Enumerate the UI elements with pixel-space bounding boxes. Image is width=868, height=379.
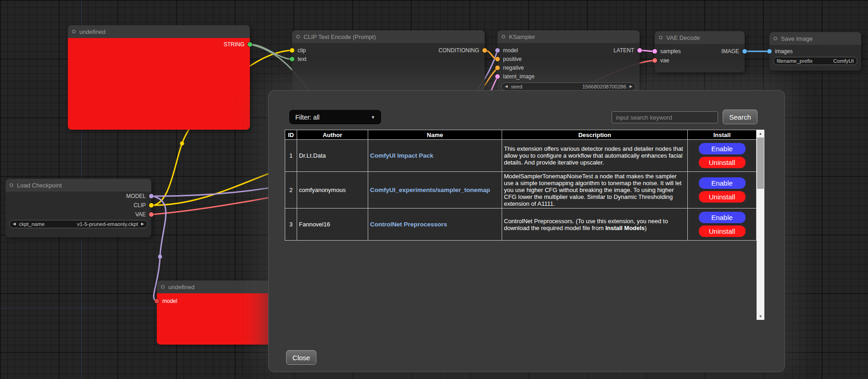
input-port-samples[interactable]: samples	[652, 49, 681, 54]
port-dot[interactable]	[495, 48, 500, 53]
port-label: CLIP	[133, 202, 146, 209]
node-collapse-dot[interactable]	[659, 36, 663, 39]
node-collapse-dot[interactable]	[502, 35, 505, 38]
node-collapse-dot[interactable]	[296, 35, 300, 38]
extension-name-link[interactable]: ComfyUI Impact Pack	[370, 152, 433, 159]
search-button[interactable]: Search	[723, 110, 757, 124]
node-vae-decode[interactable]: VAE Decode samples vae IMAGE	[655, 31, 745, 72]
enable-button[interactable]: Enable	[699, 212, 746, 223]
uninstall-button[interactable]: Uninstall	[699, 191, 746, 203]
node-collapse-dot[interactable]	[10, 183, 13, 187]
output-port-vae[interactable]: VAE	[135, 212, 154, 217]
port-dot[interactable]	[742, 49, 747, 54]
port-dot[interactable]	[652, 49, 657, 54]
close-button[interactable]: Close	[286, 350, 316, 365]
seed-widget[interactable]: ◀ seed 156680208700286 ▶	[501, 82, 636, 91]
scroll-down-icon[interactable]: ▼	[757, 313, 764, 320]
extension-author-cell: comfyanonymous	[297, 172, 368, 209]
node-save-image[interactable]: Save Image images filename_prefix ComfyU…	[769, 32, 861, 71]
port-label: positive	[503, 56, 522, 62]
port-dot[interactable]	[290, 57, 294, 61]
port-dot[interactable]	[637, 48, 642, 53]
node-title-bar[interactable]: CLIP Text Encode (Prompt)	[292, 30, 485, 43]
input-port-text[interactable]: text	[290, 56, 306, 62]
output-port-image[interactable]: IMAGE	[721, 49, 747, 54]
input-port-latent-image[interactable]: latent_image	[495, 74, 535, 79]
filename-prefix-widget[interactable]: filename_prefix ComfyUI	[773, 57, 857, 65]
enable-button[interactable]: Enable	[699, 143, 746, 154]
node-title-bar[interactable]: VAE Decode	[655, 31, 745, 44]
header-id: ID	[285, 130, 297, 140]
node-title-text: Save Image	[781, 35, 813, 42]
decrement-arrow-icon[interactable]: ◀	[505, 85, 508, 88]
scrollbar-thumb[interactable]	[757, 137, 764, 189]
extension-install-cell: Enable Uninstall	[688, 172, 757, 209]
scroll-up-icon[interactable]: ▲	[757, 130, 764, 137]
input-port-negative[interactable]: negative	[495, 65, 524, 71]
extension-description-cell: ModelSamplerTonemapNoiseTest a node that…	[502, 172, 688, 209]
decrement-arrow-icon[interactable]: ◀	[13, 222, 16, 226]
port-label: latent_image	[503, 73, 535, 80]
port-dot[interactable]	[149, 194, 154, 198]
node-title-text: CLIP Text Encode (Prompt)	[304, 33, 376, 40]
input-port-images[interactable]: images	[767, 49, 793, 54]
extension-name-cell: ComfyUI Impact Pack	[368, 140, 502, 172]
input-port-clip[interactable]: clip	[290, 48, 306, 53]
node-title-bar[interactable]: undefined	[68, 25, 250, 38]
filter-select[interactable]: Filter: all ▼	[289, 110, 381, 124]
node-load-checkpoint[interactable]: Load Checkpoint MODEL CLIP VAE ◀ ckpt_na…	[6, 179, 151, 237]
output-port-conditioning[interactable]: CONDITIONING	[438, 48, 487, 53]
extension-name-link[interactable]: ComfyUI_experiments/sampler_tonemap	[370, 187, 490, 193]
port-dot[interactable]	[248, 42, 252, 47]
increment-arrow-icon[interactable]: ▶	[630, 85, 632, 88]
port-dot[interactable]	[149, 212, 154, 217]
extension-name-link[interactable]: ControlNet Preprocessors	[370, 221, 447, 228]
output-port-clip[interactable]: CLIP	[133, 203, 154, 208]
port-dot[interactable]	[767, 49, 772, 54]
search-input[interactable]	[612, 111, 718, 123]
node-title-text: Load Checkpoint	[17, 182, 62, 189]
node-title-bar[interactable]: Save Image	[769, 32, 861, 45]
extension-name-cell: ComfyUI_experiments/sampler_tonemap	[368, 172, 502, 209]
node-collapse-dot[interactable]	[161, 285, 165, 289]
uninstall-button[interactable]: Uninstall	[699, 157, 746, 168]
header-install: Install	[688, 130, 757, 140]
port-label: LATENT	[614, 47, 634, 54]
enable-button[interactable]: Enable	[699, 177, 746, 189]
port-dot[interactable]	[652, 58, 657, 63]
node-title-bar[interactable]: KSampler	[498, 30, 640, 43]
port-dot[interactable]	[495, 57, 500, 61]
node-title-bar[interactable]: Load Checkpoint	[6, 179, 151, 192]
node-collapse-dot[interactable]	[72, 30, 76, 33]
output-port-latent[interactable]: LATENT	[614, 48, 642, 53]
wire-midpoint-dot	[180, 142, 184, 146]
table-scrollbar[interactable]: ▲ ▼	[757, 130, 764, 320]
port-label: model	[162, 298, 177, 304]
extensions-table-container: ID Author Name Description Install 1 Dr.…	[285, 130, 764, 320]
port-dot[interactable]	[495, 66, 500, 70]
port-dot[interactable]	[495, 74, 500, 79]
node-collapse-dot[interactable]	[774, 37, 777, 40]
port-dot[interactable]	[155, 299, 159, 303]
extension-author-cell: Dr.Lt.Data	[297, 140, 368, 172]
input-port-model[interactable]: model	[495, 48, 518, 53]
uninstall-button[interactable]: Uninstall	[699, 225, 746, 237]
node-title-text: VAE Decode	[666, 34, 700, 41]
port-label: images	[775, 48, 793, 55]
output-port-model[interactable]: MODEL	[126, 193, 154, 199]
port-label: VAE	[135, 211, 146, 218]
port-dot[interactable]	[290, 48, 294, 53]
extension-row: 2 comfyanonymous ComfyUI_experiments/sam…	[285, 172, 757, 209]
increment-arrow-icon[interactable]: ▶	[141, 222, 144, 226]
ckpt-name-widget[interactable]: ◀ ckpt_name v1-5-pruned-emaonly.ckpt ▶	[9, 220, 148, 228]
output-port-string[interactable]: STRING	[224, 42, 252, 47]
extensions-table: ID Author Name Description Install 1 Dr.…	[285, 130, 757, 241]
input-port-positive[interactable]: positive	[495, 56, 522, 62]
filter-select-value: Filter: all	[295, 114, 320, 121]
port-dot[interactable]	[482, 48, 487, 53]
input-port-vae[interactable]: vae	[652, 58, 669, 63]
port-dot[interactable]	[149, 203, 154, 208]
port-label: CONDITIONING	[438, 47, 479, 54]
input-port-model[interactable]: model	[155, 298, 177, 304]
node-undefined-top[interactable]: undefined STRING	[68, 25, 250, 130]
